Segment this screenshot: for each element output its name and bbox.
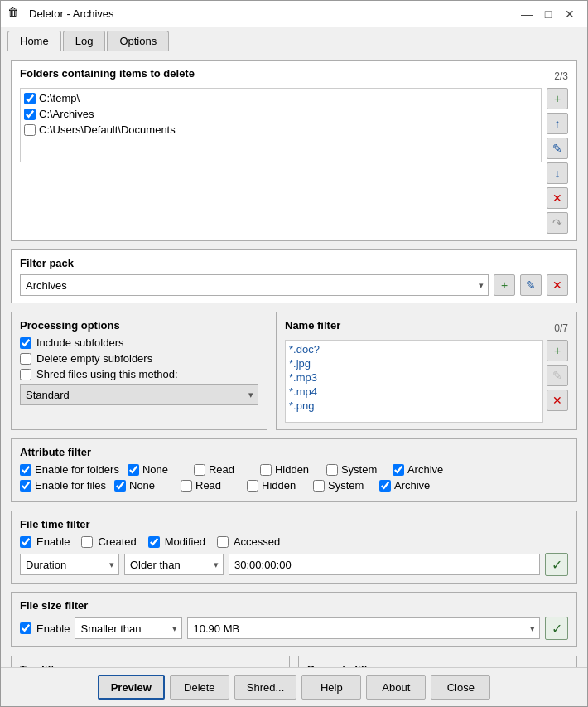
minimize-button[interactable]: ― [516, 3, 537, 25]
tab-options[interactable]: Options [107, 31, 169, 51]
include-subfolders-checkbox[interactable] [20, 337, 31, 349]
attr-files-archive-checkbox[interactable] [379, 480, 391, 492]
shred-files-checkbox[interactable] [20, 369, 31, 380]
attr-folders-read-cell: Read [194, 463, 252, 476]
size-value-select-wrapper: 10.90 MB KB GB [187, 617, 540, 639]
attr-files-system-checkbox[interactable] [313, 480, 325, 492]
attr-files-archive-cell: Archive [379, 479, 437, 492]
attr-files-hidden-checkbox[interactable] [247, 480, 258, 492]
filter-pack-select-wrapper: Archives [20, 274, 489, 296]
size-enable-row: Enable [20, 622, 70, 635]
method-select[interactable]: Standard [20, 384, 258, 405]
name-filter-item-4: *.mp4 [289, 385, 539, 399]
footer-buttons: Preview Delete Shred... Help About Close [1, 667, 587, 706]
size-value-select[interactable]: 10.90 MB KB GB [187, 617, 540, 639]
shred-files-row: Shred files using this method: [20, 368, 258, 380]
tab-log[interactable]: Log [63, 31, 106, 51]
attribute-filter-label: Attribute filter [20, 446, 568, 458]
method-wrapper: Standard [20, 384, 258, 405]
time-row2: Duration Date range Older than Newer tha… [20, 553, 568, 576]
filter-pack-section: Filter pack Archives + ✎ ✕ [11, 249, 577, 303]
duration-select[interactable]: Duration Date range [20, 554, 119, 575]
filter-pack-edit-button[interactable]: ✎ [520, 274, 542, 296]
folder-path-1: C:\temp\ [39, 92, 80, 104]
time-created-row: Created [81, 535, 136, 548]
older-than-select[interactable]: Older than Newer than Between [124, 554, 224, 575]
help-button[interactable]: Help [301, 675, 361, 700]
smaller-than-select[interactable]: Smaller than Larger than Between [75, 617, 182, 639]
time-created-checkbox[interactable] [81, 536, 93, 548]
close-button[interactable]: ✕ [559, 3, 581, 25]
delete-empty-checkbox[interactable] [20, 353, 31, 365]
tab-home[interactable]: Home [7, 31, 61, 51]
size-enable-checkbox[interactable] [20, 622, 31, 634]
time-enable-label: Enable [36, 535, 70, 548]
folders-add-button[interactable]: + [547, 88, 568, 109]
preview-button[interactable]: Preview [98, 675, 165, 700]
folders-down-button[interactable]: ↓ [547, 162, 568, 184]
attr-files-enable-label: Enable for files [35, 479, 106, 492]
filter-pack-select[interactable]: Archives [20, 274, 489, 296]
smaller-than-select-wrapper: Smaller than Larger than Between [75, 617, 182, 639]
size-confirm-button[interactable]: ✓ [545, 617, 568, 640]
folder-path-3: C:\Users\Default\Documents [39, 123, 176, 136]
name-filter-remove-button[interactable]: ✕ [547, 390, 568, 411]
delete-button[interactable]: Delete [170, 675, 229, 700]
folders-redirect-button[interactable]: ↷ [547, 212, 568, 234]
name-filter-header: Name filter 0/7 [285, 319, 568, 337]
folder-path-2: C:\Archives [39, 108, 94, 120]
name-filter-add-button[interactable]: + [547, 340, 568, 361]
time-value-input[interactable] [229, 554, 540, 575]
folders-up-button[interactable]: ↑ [547, 113, 568, 134]
time-accessed-row: Accessed [217, 535, 280, 548]
time-accessed-label: Accessed [234, 535, 280, 548]
attr-files-none-checkbox[interactable] [114, 480, 126, 492]
attr-folders-none-checkbox[interactable] [128, 464, 139, 476]
bottom-filters: Tag filter Enable Manage... None / 10 Pr… [11, 656, 577, 667]
attr-files-row: Enable for files None Read Hidden System [20, 479, 568, 492]
attr-folders-system-checkbox[interactable] [326, 464, 338, 476]
app-window: 🗑 Deletor - Archives ― □ ✕ Home Log Opti… [0, 0, 588, 707]
attr-folders-enable-checkbox[interactable] [20, 464, 31, 476]
folders-edit-button[interactable]: ✎ [547, 138, 568, 159]
size-row: Enable Smaller than Larger than Between … [20, 617, 568, 640]
attr-folders-archive-checkbox[interactable] [393, 464, 404, 476]
attr-files-hidden-cell: Hidden [247, 479, 305, 492]
folders-count: 2/3 [554, 70, 568, 82]
attr-files-read-checkbox[interactable] [181, 480, 192, 492]
shred-button[interactable]: Shred... [234, 675, 297, 700]
folder-checkbox-2[interactable] [24, 109, 36, 120]
name-filter-edit-button[interactable]: ✎ [547, 365, 568, 386]
attr-folders-none-label: None [142, 463, 168, 476]
attr-files-enable-cell: Enable for files [20, 479, 106, 492]
folders-remove-button[interactable]: ✕ [547, 187, 568, 209]
about-button[interactable]: About [366, 675, 426, 700]
tab-bar: Home Log Options [1, 27, 587, 51]
attr-files-enable-checkbox[interactable] [20, 480, 31, 492]
attr-files-none-label: None [129, 479, 155, 492]
time-filter-label: File time filter [20, 518, 568, 530]
maximize-button[interactable]: □ [537, 3, 559, 25]
attr-files-read-cell: Read [181, 479, 239, 492]
attr-folders-hidden-checkbox[interactable] [260, 464, 272, 476]
time-modified-checkbox[interactable] [148, 536, 160, 548]
time-confirm-button[interactable]: ✓ [545, 553, 568, 576]
close-button-footer[interactable]: Close [431, 675, 490, 700]
time-enable-checkbox[interactable] [20, 536, 31, 548]
folder-checkbox-1[interactable] [24, 93, 36, 104]
time-modified-label: Modified [165, 535, 205, 548]
name-filter-list: *.doc? *.jpg *.mp3 *.mp4 *.png [285, 340, 543, 423]
include-subfolders-row: Include subfolders [20, 337, 258, 349]
attr-folders-read-checkbox[interactable] [194, 464, 205, 476]
time-accessed-checkbox[interactable] [217, 536, 229, 548]
older-than-select-wrapper: Older than Newer than Between [124, 554, 224, 575]
folder-checkbox-3[interactable] [24, 124, 36, 136]
attr-folders-hidden-cell: Hidden [260, 463, 318, 476]
name-filter-item-2: *.jpg [289, 356, 539, 370]
name-filter-item-3: *.mp3 [289, 370, 539, 385]
filter-pack-add-button[interactable]: + [494, 274, 515, 296]
name-filter-buttons: + ✎ ✕ [547, 340, 568, 423]
filter-pack-remove-button[interactable]: ✕ [547, 274, 568, 296]
attr-folders-none-cell: None [128, 463, 186, 476]
name-filter-label: Name filter [285, 319, 340, 332]
